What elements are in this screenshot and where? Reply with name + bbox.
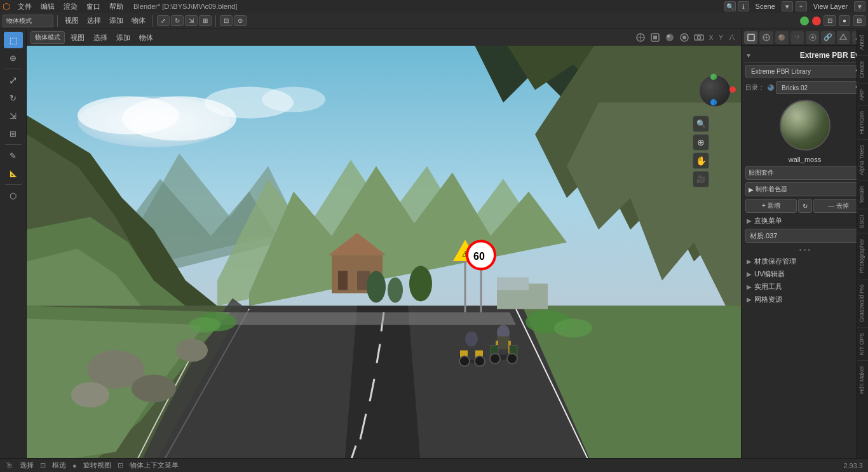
replace-menu-section[interactable]: ▶ 直换菜单 [744,215,865,227]
save-mgr-section[interactable]: ▶ 材质保存管理 [744,255,865,267]
viewport-quad-btn[interactable]: ⊟ [853,15,865,26]
tool-measure-btn[interactable]: 📐 [4,165,23,182]
menu-window[interactable]: 窗口 [83,1,104,13]
add-scene-icon[interactable]: + [796,1,807,11]
vtab-alpha-trees[interactable]: Alpha Trees [857,139,868,180]
viewport-overlay-btn[interactable]: ⊡ [824,15,836,26]
uv-editor-section[interactable]: ▶ UV编辑器 [744,268,865,280]
menu-edit[interactable]: 编辑 [37,1,58,13]
replace-menu-arrow: ▶ [747,217,752,224]
rp-icon-particles[interactable]: ⁘ [790,31,804,44]
tool-annotate-btn[interactable]: ✎ [4,147,23,164]
tool-transform[interactable]: ⊞ [199,15,212,26]
navigation-gizmo[interactable]: 🔍 ⊕ ✋ 🎥 [693,69,737,187]
rp-icon-mesh[interactable] [759,31,773,44]
viewport-mode-select[interactable]: 物体模式 [31,31,65,44]
map-kit-btn[interactable]: 贴图套件 [745,166,864,180]
snap-to-btn[interactable]: ⊡ [220,15,233,26]
tool-cursor[interactable]: ⊕ [4,50,23,66]
pbr-collapse-arrow[interactable]: ▼ [745,52,752,59]
toolbar-menu-view[interactable]: 视图 [62,15,82,27]
tool-rotate[interactable]: ↻ [171,15,184,26]
vp-nav-icon-1[interactable] [634,31,647,44]
vp-menu-select[interactable]: 选择 [90,32,111,44]
svg-rect-49 [338,271,348,290]
menu-render[interactable]: 渲染 [60,1,81,13]
vtab-arp[interactable]: ARP [857,83,868,106]
tool-object-btn[interactable]: ⬡ [4,187,23,204]
proportional-edit-btn[interactable]: ⊙ [234,15,247,26]
shader-arrow-icon: ▶ [749,186,754,193]
mode-select[interactable]: 物体模式 [3,15,53,27]
menu-help[interactable]: 帮助 [105,1,127,13]
vtab-terrain[interactable]: Terrain [857,180,868,209]
vp-menu-add[interactable]: 添加 [113,32,133,44]
vp-axis-y: Y [717,34,725,41]
toolbar-menu-object[interactable]: 物体 [128,15,149,27]
vtab-photographer[interactable]: Photographer [857,233,868,279]
svg-point-79 [554,319,592,338]
rp-icon-object[interactable] [744,31,757,44]
scene-canvas[interactable]: ⚠ 60 [27,46,741,458]
search-icon[interactable]: 🔍 [724,1,736,11]
rp-icon-constraints[interactable]: 🔗 [821,31,834,44]
vtab-humgen[interactable]: HumGen [857,105,868,139]
vp-menu-object[interactable]: 物体 [136,32,156,44]
nav-gizmo-sphere[interactable] [693,69,737,113]
vp-shading-solid[interactable] [663,31,676,44]
blender-logo[interactable]: ⬡ [3,1,10,11]
right-panel-content: ▼ Extreme PBR Evo Extreme PBR Library 目录… [742,46,868,458]
tool-select-box[interactable]: ⬚ [4,32,23,48]
pbr-title-row: ▼ Extreme PBR Evo [744,48,865,63]
vtab-anted[interactable]: Anted [857,29,868,55]
make-shader-btn[interactable]: ▶ 制作着色器 [745,182,864,196]
library-select[interactable]: Extreme PBR Library [745,65,864,78]
toolbar-menu-select[interactable]: 选择 [84,15,104,27]
vtab-grasswald[interactable]: Grasswald Pro [857,279,868,327]
add-btn[interactable]: + 新增 [745,199,797,213]
zoom-out-btn[interactable]: ⊕ [693,134,709,151]
tool-scale[interactable]: ⇲ [185,15,198,26]
vtab-ssgi[interactable]: SSGI [857,209,868,234]
vp-camera-icon[interactable] [693,31,705,44]
menu-file[interactable]: 文件 [14,1,36,13]
camera-btn[interactable]: 🎥 [693,171,709,187]
svg-marker-93 [840,34,846,39]
pan-btn[interactable]: ✋ [693,152,709,169]
tool-move[interactable]: ⤢ [157,15,170,26]
web-res-arrow: ▶ [747,296,752,303]
scene-select-icon[interactable]: ▼ [782,1,793,11]
view-layer-select-icon[interactable]: ▼ [854,1,865,11]
tool-move-btn[interactable]: ⤢ [4,72,23,88]
tools-section[interactable]: ▶ 实用工具 [744,281,865,293]
y-axis-gizmo[interactable] [800,17,809,25]
tool-scale-btn[interactable]: ⇲ [4,107,23,124]
tool-transform-btn[interactable]: ⊞ [4,125,23,142]
rp-icon-material[interactable] [775,31,789,44]
rp-icon-object-data[interactable] [837,31,850,44]
top-right-controls: 🔍 ℹ Scene ▼ + View Layer ▼ [724,1,865,11]
svg-point-74 [490,354,500,364]
toolbar-menu-add[interactable]: 添加 [106,15,126,27]
vp-menu-view[interactable]: 视图 [67,32,88,44]
material-preview-sphere[interactable] [780,100,831,151]
vtab-kit-ops[interactable]: KIT OPS [857,327,868,360]
viewport-shading-btn[interactable]: ● [839,15,850,26]
vtab-create[interactable]: Create [857,55,868,83]
rp-icon-physics[interactable] [806,31,819,44]
vp-axis-x: X [707,34,715,41]
directory-select[interactable]: Bricks 02 [776,81,864,94]
status-object-context: 物体上下文菜单 [130,461,179,470]
snap-buttons: ⊡ ⊙ [220,15,247,26]
tools-label: 实用工具 [754,282,782,292]
vp-nav-icon-2[interactable] [649,31,661,44]
zoom-in-btn[interactable]: 🔍 [693,116,709,132]
web-res-section[interactable]: ▶ 网格资源 [744,293,865,306]
tool-rotate-btn[interactable]: ↻ [4,90,23,106]
refresh-btn[interactable]: ↻ [798,199,812,213]
x-axis-gizmo[interactable] [812,17,821,25]
vtab-hdri[interactable]: Hdri Maker [857,360,868,399]
vp-shading-render[interactable] [678,31,691,44]
status-select: 选择 [20,461,34,470]
info-icon[interactable]: ℹ [738,1,749,11]
